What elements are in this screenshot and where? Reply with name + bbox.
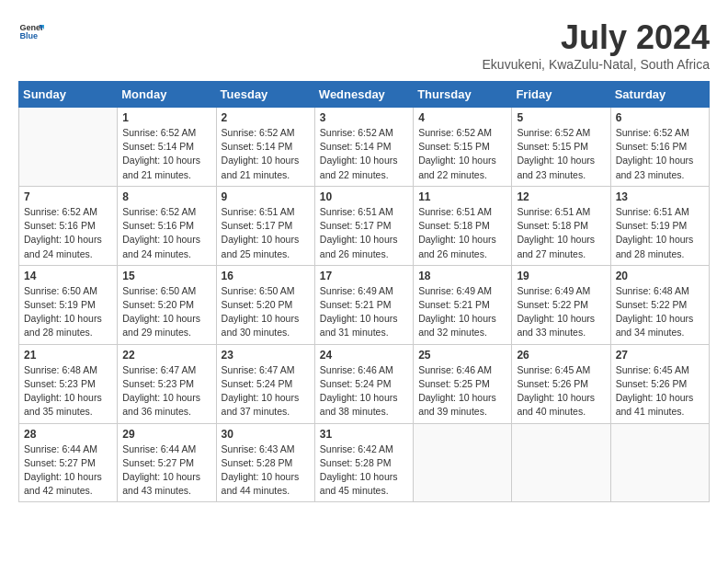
table-row: 27Sunrise: 6:45 AMSunset: 5:26 PMDayligh… (610, 344, 709, 423)
day-number: 31 (320, 428, 408, 441)
table-row: 15Sunrise: 6:50 AMSunset: 5:20 PMDayligh… (118, 265, 216, 344)
day-number: 11 (418, 190, 506, 203)
day-info: Sunrise: 6:50 AMSunset: 5:20 PMDaylight:… (222, 284, 310, 340)
day-info: Sunrise: 6:51 AMSunset: 5:17 PMDaylight:… (320, 205, 408, 261)
day-number: 27 (616, 349, 704, 362)
table-row: 30Sunrise: 6:43 AMSunset: 5:28 PMDayligh… (216, 423, 314, 502)
day-info: Sunrise: 6:49 AMSunset: 5:21 PMDaylight:… (320, 284, 408, 340)
day-info: Sunrise: 6:50 AMSunset: 5:20 PMDaylight:… (122, 284, 210, 340)
day-info: Sunrise: 6:51 AMSunset: 5:18 PMDaylight:… (418, 205, 506, 261)
calendar-table: Sunday Monday Tuesday Wednesday Thursday… (18, 81, 710, 502)
day-number: 8 (122, 190, 210, 203)
day-info: Sunrise: 6:52 AMSunset: 5:16 PMDaylight:… (616, 126, 704, 182)
day-number: 25 (418, 349, 506, 362)
day-info: Sunrise: 6:45 AMSunset: 5:26 PMDaylight:… (616, 363, 704, 419)
day-number: 30 (222, 428, 310, 441)
table-row: 18Sunrise: 6:49 AMSunset: 5:21 PMDayligh… (414, 265, 512, 344)
day-number: 19 (517, 270, 605, 282)
day-info: Sunrise: 6:52 AMSunset: 5:15 PMDaylight:… (517, 126, 605, 182)
calendar-header-row: Sunday Monday Tuesday Wednesday Thursday… (19, 82, 710, 108)
day-info: Sunrise: 6:44 AMSunset: 5:27 PMDaylight:… (122, 442, 210, 499)
calendar-week-row: 14Sunrise: 6:50 AMSunset: 5:19 PMDayligh… (19, 265, 710, 344)
day-info: Sunrise: 6:52 AMSunset: 5:16 PMDaylight:… (122, 205, 210, 261)
table-row: 1Sunrise: 6:52 AMSunset: 5:14 PMDaylight… (118, 108, 216, 187)
calendar-week-row: 7Sunrise: 6:52 AMSunset: 5:16 PMDaylight… (19, 186, 710, 265)
calendar-week-row: 21Sunrise: 6:48 AMSunset: 5:23 PMDayligh… (19, 344, 710, 423)
header-wednesday: Wednesday (314, 82, 413, 108)
day-info: Sunrise: 6:46 AMSunset: 5:25 PMDaylight:… (418, 363, 506, 419)
title-section: July 2024 Ekuvukeni, KwaZulu-Natal, Sout… (483, 18, 710, 72)
header-sunday: Sunday (19, 82, 118, 108)
day-info: Sunrise: 6:52 AMSunset: 5:15 PMDaylight:… (418, 126, 506, 182)
table-row: 2Sunrise: 6:52 AMSunset: 5:14 PMDaylight… (216, 108, 314, 187)
table-row: 29Sunrise: 6:44 AMSunset: 5:27 PMDayligh… (118, 423, 216, 502)
day-info: Sunrise: 6:51 AMSunset: 5:18 PMDaylight:… (517, 205, 605, 261)
day-number: 12 (517, 190, 605, 203)
day-info: Sunrise: 6:52 AMSunset: 5:16 PMDaylight:… (24, 205, 112, 261)
day-number: 17 (320, 270, 408, 282)
day-info: Sunrise: 6:49 AMSunset: 5:22 PMDaylight:… (517, 284, 605, 340)
calendar-week-row: 28Sunrise: 6:44 AMSunset: 5:27 PMDayligh… (19, 423, 710, 502)
table-row: 6Sunrise: 6:52 AMSunset: 5:16 PMDaylight… (610, 108, 709, 187)
day-number: 14 (24, 270, 112, 282)
table-row: 16Sunrise: 6:50 AMSunset: 5:20 PMDayligh… (216, 265, 314, 344)
day-number: 15 (122, 270, 210, 282)
logo: General Blue (18, 18, 44, 44)
table-row: 26Sunrise: 6:45 AMSunset: 5:26 PMDayligh… (512, 344, 610, 423)
table-row: 13Sunrise: 6:51 AMSunset: 5:19 PMDayligh… (610, 186, 709, 265)
day-number: 16 (222, 270, 310, 282)
day-info: Sunrise: 6:47 AMSunset: 5:23 PMDaylight:… (122, 363, 210, 419)
day-number: 20 (616, 270, 704, 282)
svg-text:Blue: Blue (19, 31, 38, 40)
header-friday: Friday (512, 82, 610, 108)
day-number: 26 (517, 349, 605, 362)
table-row: 24Sunrise: 6:46 AMSunset: 5:24 PMDayligh… (314, 344, 413, 423)
header-monday: Monday (118, 82, 216, 108)
table-row: 22Sunrise: 6:47 AMSunset: 5:23 PMDayligh… (118, 344, 216, 423)
table-row (414, 423, 512, 502)
logo-icon: General Blue (18, 18, 44, 44)
day-number: 4 (418, 111, 506, 124)
day-info: Sunrise: 6:52 AMSunset: 5:14 PMDaylight:… (222, 126, 310, 182)
table-row (610, 423, 709, 502)
day-info: Sunrise: 6:48 AMSunset: 5:23 PMDaylight:… (24, 363, 112, 419)
table-row: 25Sunrise: 6:46 AMSunset: 5:25 PMDayligh… (414, 344, 512, 423)
day-info: Sunrise: 6:43 AMSunset: 5:28 PMDaylight:… (222, 442, 310, 499)
table-row: 17Sunrise: 6:49 AMSunset: 5:21 PMDayligh… (314, 265, 413, 344)
table-row: 5Sunrise: 6:52 AMSunset: 5:15 PMDaylight… (512, 108, 610, 187)
day-info: Sunrise: 6:47 AMSunset: 5:24 PMDaylight:… (222, 363, 310, 419)
day-number: 18 (418, 270, 506, 282)
header-thursday: Thursday (414, 82, 512, 108)
day-info: Sunrise: 6:52 AMSunset: 5:14 PMDaylight:… (320, 126, 408, 182)
header-tuesday: Tuesday (216, 82, 314, 108)
table-row: 3Sunrise: 6:52 AMSunset: 5:14 PMDaylight… (314, 108, 413, 187)
day-number: 7 (24, 190, 112, 203)
day-number: 21 (24, 349, 112, 362)
table-row: 28Sunrise: 6:44 AMSunset: 5:27 PMDayligh… (19, 423, 118, 502)
day-info: Sunrise: 6:52 AMSunset: 5:14 PMDaylight:… (122, 126, 210, 182)
table-row: 14Sunrise: 6:50 AMSunset: 5:19 PMDayligh… (19, 265, 118, 344)
day-number: 3 (320, 111, 408, 124)
table-row: 8Sunrise: 6:52 AMSunset: 5:16 PMDaylight… (118, 186, 216, 265)
table-row (19, 108, 118, 187)
day-number: 5 (517, 111, 605, 124)
day-info: Sunrise: 6:51 AMSunset: 5:19 PMDaylight:… (616, 205, 704, 261)
calendar-week-row: 1Sunrise: 6:52 AMSunset: 5:14 PMDaylight… (19, 108, 710, 187)
header-saturday: Saturday (610, 82, 709, 108)
calendar-title: July 2024 (483, 18, 710, 57)
table-row: 4Sunrise: 6:52 AMSunset: 5:15 PMDaylight… (414, 108, 512, 187)
day-number: 28 (24, 428, 112, 441)
table-row: 9Sunrise: 6:51 AMSunset: 5:17 PMDaylight… (216, 186, 314, 265)
day-number: 23 (222, 349, 310, 362)
table-row: 10Sunrise: 6:51 AMSunset: 5:17 PMDayligh… (314, 186, 413, 265)
table-row: 11Sunrise: 6:51 AMSunset: 5:18 PMDayligh… (414, 186, 512, 265)
day-info: Sunrise: 6:46 AMSunset: 5:24 PMDaylight:… (320, 363, 408, 419)
day-info: Sunrise: 6:48 AMSunset: 5:22 PMDaylight:… (616, 284, 704, 340)
day-number: 6 (616, 111, 704, 124)
table-row: 12Sunrise: 6:51 AMSunset: 5:18 PMDayligh… (512, 186, 610, 265)
day-info: Sunrise: 6:51 AMSunset: 5:17 PMDaylight:… (222, 205, 310, 261)
table-row: 21Sunrise: 6:48 AMSunset: 5:23 PMDayligh… (19, 344, 118, 423)
day-number: 22 (122, 349, 210, 362)
day-number: 9 (222, 190, 310, 203)
table-row: 20Sunrise: 6:48 AMSunset: 5:22 PMDayligh… (610, 265, 709, 344)
